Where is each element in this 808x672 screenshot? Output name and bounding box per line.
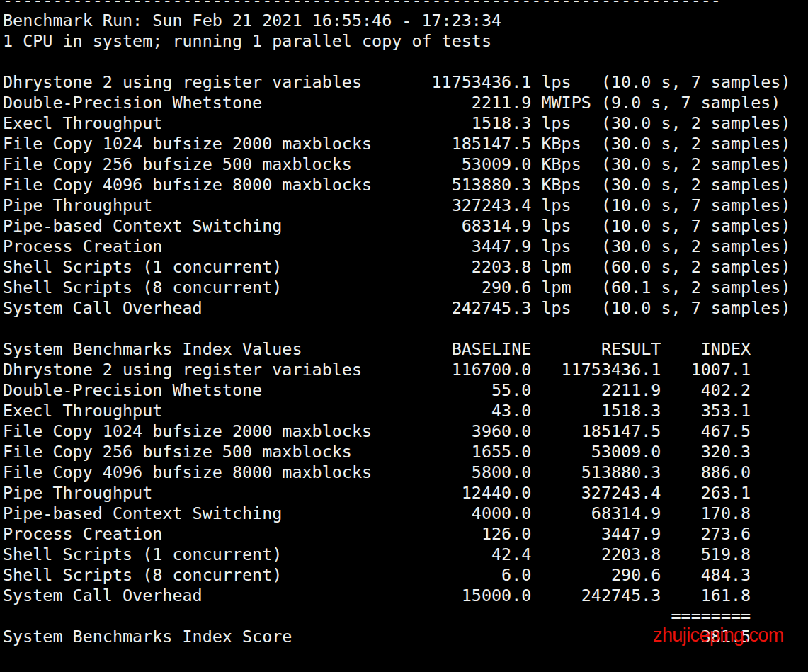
index-row-line: Pipe Throughput 12440.0 327243.4 263.1: [3, 483, 791, 503]
benchmark-result-line: Double-Precision Whetstone 2211.9 MWIPS …: [3, 93, 791, 113]
index-row-line: File Copy 4096 bufsize 8000 maxblocks 58…: [3, 462, 791, 483]
benchmark-result-line: Dhrystone 2 using register variables 117…: [3, 72, 791, 93]
benchmark-result-line: File Copy 4096 bufsize 8000 maxblocks 51…: [3, 175, 791, 195]
benchmark-run-line: Benchmark Run: Sun Feb 21 2021 16:55:46 …: [3, 11, 791, 31]
cpu-info-line: 1 CPU in system; running 1 parallel copy…: [3, 31, 791, 52]
terminal-output: ----------------------------------------…: [3, 0, 791, 647]
score-separator-line: ========: [3, 606, 791, 627]
benchmark-result-line: File Copy 256 bufsize 500 maxblocks 5300…: [3, 154, 791, 175]
benchmark-result-line: System Call Overhead 242745.3 lps (10.0 …: [3, 298, 791, 319]
benchmark-result-line: Shell Scripts (1 concurrent) 2203.8 lpm …: [3, 257, 791, 278]
index-row-line: Process Creation 126.0 3447.9 273.6: [3, 524, 791, 545]
benchmark-result-line: Pipe-based Context Switching 68314.9 lps…: [3, 216, 791, 237]
index-row-line: Execl Throughput 43.0 1518.3 353.1: [3, 401, 791, 421]
watermark-text: zhujiceping.com: [653, 625, 784, 647]
terminal-window[interactable]: ----------------------------------------…: [0, 0, 808, 672]
index-row-line: System Call Overhead 15000.0 242745.3 16…: [3, 586, 791, 606]
benchmark-result-line: Shell Scripts (8 concurrent) 290.6 lpm (…: [3, 278, 791, 298]
index-row-line: File Copy 256 bufsize 500 maxblocks 1655…: [3, 442, 791, 462]
index-row-line: Pipe-based Context Switching 4000.0 6831…: [3, 503, 791, 524]
index-row-line: Shell Scripts (8 concurrent) 6.0 290.6 4…: [3, 565, 791, 586]
index-row-line: Double-Precision Whetstone 55.0 2211.9 4…: [3, 380, 791, 401]
benchmark-result-line: Pipe Throughput 327243.4 lps (10.0 s, 7 …: [3, 195, 791, 216]
index-row-line: Shell Scripts (1 concurrent) 42.4 2203.8…: [3, 545, 791, 565]
benchmark-result-line: File Copy 1024 bufsize 2000 maxblocks 18…: [3, 134, 791, 154]
index-header-line: System Benchmarks Index Values BASELINE …: [3, 339, 791, 360]
blank-line: [3, 319, 791, 339]
index-row-line: File Copy 1024 bufsize 2000 maxblocks 39…: [3, 421, 791, 442]
blank-line: [3, 52, 791, 72]
benchmark-result-line: Process Creation 3447.9 lps (30.0 s, 2 s…: [3, 237, 791, 257]
benchmark-result-line: Execl Throughput 1518.3 lps (30.0 s, 2 s…: [3, 113, 791, 134]
separator-line: ----------------------------------------…: [3, 0, 791, 11]
index-row-line: Dhrystone 2 using register variables 116…: [3, 360, 791, 380]
